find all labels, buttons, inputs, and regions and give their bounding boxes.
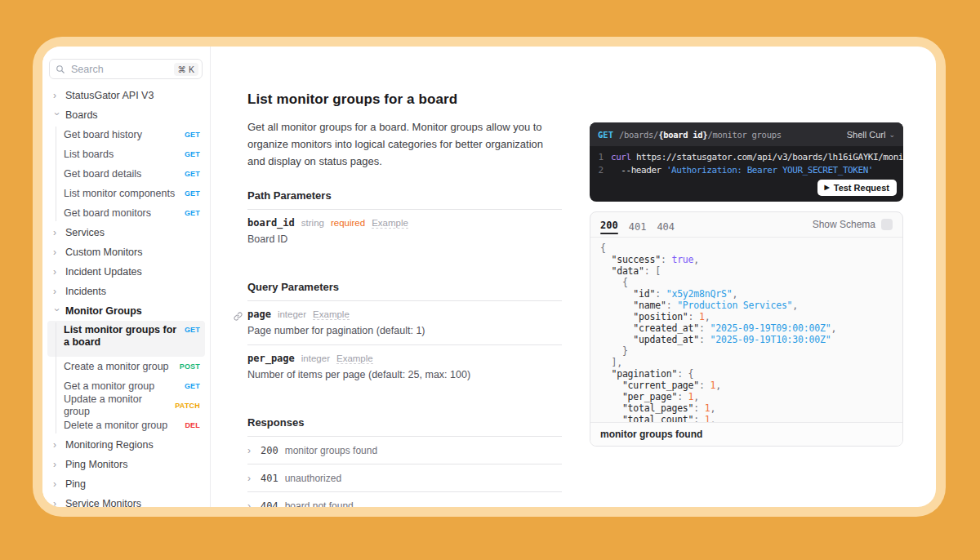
json-line: { [600,277,893,288]
method-badge: GET [185,382,200,390]
parameter-type: integer [301,353,330,363]
parameter-description: Board ID [247,233,562,245]
sidebar-item-label: Custom Monitors [65,247,142,258]
method-badge: POST [180,362,200,371]
sidebar-item-monitoring-regions[interactable]: ›Monitoring Regions [42,435,210,455]
sidebar-item-label: Ping [65,478,86,490]
response-description: monitor groups found [590,422,902,446]
chevron-collapsed-icon: › [53,247,60,257]
sidebar-item-custom-monitors[interactable]: ›Custom Monitors [42,242,210,262]
chevron-collapsed-icon: › [53,287,60,296]
sidebar-item-label: StatusGator API V3 [65,90,154,101]
endpoint-label: Get a monitor group [64,380,178,393]
method-badge: GET [185,326,200,334]
response-tab-200[interactable]: 200 [600,216,618,234]
query-parameters-section: Query Parameters pageintegerExamplePage … [247,281,562,389]
sidebar-item-update-a-monitor-group[interactable]: Update a monitor groupPATCH [47,396,205,416]
sidebar-item-list-monitor-components[interactable]: List monitor componentsGET [47,184,205,203]
response-row-200[interactable]: ›200monitor groups found [247,437,562,464]
code-line: 2 --header 'Authorization: Bearer YOUR_S… [590,164,903,177]
json-token: , [693,391,699,402]
sidebar-item-get-board-monitors[interactable]: Get board monitorsGET [47,203,205,223]
chevron-expanded-icon: › [52,309,62,316]
main-content: List monitor groups for a board Get all … [210,47,599,507]
request-header: GET /boards/{board_id}/monitor_groups Sh… [590,122,903,146]
chevron-collapsed-icon: › [53,499,60,507]
sidebar-item-ping-monitors[interactable]: ›Ping Monitors [42,455,210,474]
json-token: , [710,402,716,414]
response-row-404[interactable]: ›404board not found [247,491,562,507]
parameter-line: board_idstringrequiredExample [247,217,562,229]
parameter-type: integer [278,309,306,319]
chevron-collapsed-icon: › [53,479,60,489]
responses-section: Responses ›200monitor groups found›401un… [247,416,562,507]
json-line: "total_count": 1, [600,414,893,422]
example-link[interactable]: Example [313,309,350,320]
request-path-prefix: /boards/ [619,130,658,140]
json-token: , [715,380,721,391]
json-token: 1 [705,402,710,414]
json-token: , [693,254,699,265]
json-token: : [655,288,666,300]
json-token: "data" [600,265,644,277]
method-badge: GET [185,189,200,198]
sidebar-item-ping[interactable]: ›Ping [42,474,210,494]
endpoint-label: List monitor components [64,188,178,200]
method-badge: DEL [185,421,200,429]
sidebar-item-create-a-monitor-group[interactable]: Create a monitor groupPOST [47,357,205,376]
test-request-button[interactable]: ▶ Test Request [817,180,897,196]
sidebar-item-label: Services [65,227,105,238]
parameter-name: board_id [247,217,295,229]
request-path: /boards/{board_id}/monitor_groups [619,130,841,140]
sidebar-item-list-monitor-groups-for-a-board[interactable]: List monitor groups for a boardGET [47,321,205,357]
parameter-line: pageintegerExample [247,309,562,320]
sidebar-item-label: Incident Updates [65,266,142,278]
json-line: "total_pages": 1, [600,402,893,414]
chevron-collapsed-icon: › [53,91,60,100]
chevron-collapsed-icon: › [53,460,60,469]
example-link[interactable]: Example [372,218,408,229]
chevron-collapsed-icon: › [53,267,60,277]
sidebar-item-service-monitors[interactable]: ›Service Monitors [42,494,210,507]
parameter-line: per_pageintegerExample [247,353,562,364]
sidebar-item-incidents[interactable]: ›Incidents [42,282,210,301]
response-row-401[interactable]: ›401unauthorized [247,464,562,491]
json-token: : [666,300,677,311]
search-input[interactable] [69,63,170,76]
sidebar-nav: ›StatusGator API V3›BoardsGet board hist… [42,86,210,507]
json-line: "pagination": { [600,368,893,380]
sidebar-item-label: Ping Monitors [65,459,127,470]
response-status-tabs: 200401404 [600,216,813,234]
example-link[interactable]: Example [336,353,373,364]
show-schema-toggle[interactable] [881,219,893,230]
endpoint-label: List monitor groups for a board [64,324,178,349]
show-schema-control: Show Schema [813,219,893,230]
sidebar-item-services[interactable]: ›Services [42,223,210,242]
response-tab-404[interactable]: 404 [657,217,675,233]
sidebar-item-list-boards[interactable]: List boardsGET [47,144,205,164]
json-token: : [ [644,265,661,277]
response-tab-401[interactable]: 401 [629,217,647,233]
language-selector[interactable]: Shell Curl ⌄ [847,130,895,140]
request-path-param: {board_id} [658,130,707,140]
sidebar-item-incident-updates[interactable]: ›Incident Updates [42,262,210,282]
json-token: "pagination" [600,368,677,380]
sidebar-item-delete-a-monitor-group[interactable]: Delete a monitor groupDEL [47,416,205,435]
sidebar-item-boards[interactable]: ›Boards [42,105,210,125]
sidebar-item-get-board-history[interactable]: Get board historyGET [47,125,205,144]
endpoint-label: Create a monitor group [64,361,173,373]
search-box[interactable]: ⌘ K [49,59,203,79]
parameter-row-page: pageintegerExamplePage number for pagina… [247,301,562,344]
outer-frame: ⌘ K ›StatusGator API V3›BoardsGet board … [33,37,946,517]
sidebar-group-monitor-groups: List monitor groups for a boardGETCreate… [47,321,205,435]
request-example-card: GET /boards/{board_id}/monitor_groups Sh… [590,122,903,202]
json-token: ], [600,357,622,368]
json-token: "2025-09-19T09:00:00Z" [710,322,831,334]
sidebar-item-monitor-groups[interactable]: ›Monitor Groups [42,301,210,321]
sidebar-item-get-board-details[interactable]: Get board detailsGET [47,164,205,184]
json-line: "position": 1, [600,311,893,322]
responses-list: ›200monitor groups found›401unauthorized… [247,437,562,507]
sidebar: ⌘ K ›StatusGator API V3›BoardsGet board … [42,47,211,507]
json-line: "success": true, [600,254,893,265]
sidebar-item-statusgator-api-v3[interactable]: ›StatusGator API V3 [42,86,210,105]
